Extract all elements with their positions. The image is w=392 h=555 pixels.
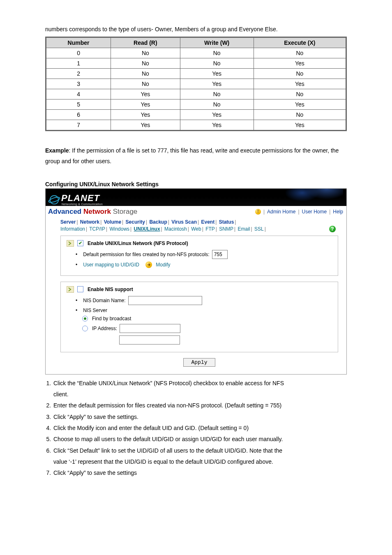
link-admin-home[interactable]: Admin Home [267, 209, 295, 215]
subtab-information[interactable]: Information [60, 226, 85, 232]
table-row: 5YesNoYes [46, 99, 346, 109]
step-2: Enter the default permission for files c… [53, 400, 347, 411]
step-4: Click the Modify icon and enter the defa… [53, 423, 347, 434]
nis-groupbox: Enable NIS support NIS Domain Name: NIS … [60, 282, 338, 352]
step-7: Click “Apply” to save the settings [53, 467, 347, 479]
th-write: Write (W) [180, 37, 254, 48]
tab-security[interactable]: Security [126, 219, 145, 225]
example-paragraph: Example: If the permission of a file is … [45, 145, 347, 167]
subtab-snmp[interactable]: SNMP [219, 226, 233, 232]
link-help[interactable]: Help [333, 209, 343, 215]
brand-decoration [277, 189, 343, 206]
secondary-tabs: Information| TCP/IP| Windows| UNIX/Linux… [60, 226, 267, 232]
brand-logo: PLANET Networking & Communication [48, 194, 103, 206]
step-1: Click the “Enable UNIX/Linux Network” (N… [53, 378, 347, 400]
table-row: 3NoYesYes [46, 79, 346, 89]
modify-icon[interactable] [145, 261, 152, 268]
step-3: Click “Apply” to save the settings. [53, 412, 347, 423]
brand-subtitle: Networking & Communication [62, 203, 103, 206]
instruction-list: Click the “Enable UNIX/Linux Network” (N… [45, 378, 347, 479]
th-execute: Execute (X) [254, 37, 346, 48]
example-text: : If the permission of a file is set to … [45, 147, 339, 165]
help-icon[interactable]: ? [329, 226, 336, 232]
table-row: 4YesNoNo [46, 89, 346, 99]
title-bar: Advanced Network Storage ! | Admin Home … [46, 206, 346, 217]
step-5: Choose to map all users to the default U… [53, 434, 347, 445]
table-row: 7YesYesYes [46, 120, 346, 130]
subtab-windows[interactable]: Windows [109, 226, 129, 232]
product-title: Advanced Network Storage [48, 208, 137, 216]
nis-server-label: NIS Server [83, 308, 107, 313]
arrow-right-icon [67, 240, 74, 247]
default-permission-input[interactable] [212, 250, 228, 259]
ip-address-input[interactable] [120, 324, 180, 333]
find-by-broadcast-radio[interactable] [82, 316, 88, 321]
nis-domain-input[interactable] [128, 296, 202, 305]
enable-nfs-checkbox[interactable] [77, 240, 83, 246]
default-permission-label: Default permission for files created by … [83, 252, 209, 257]
brand-bar: PLANET Networking & Communication [46, 189, 346, 206]
subtab-ftp[interactable]: FTP [205, 226, 215, 232]
enable-nis-checkbox[interactable] [77, 286, 83, 292]
table-row: 0NoNoNo [46, 48, 346, 58]
subtab-unixlinux[interactable]: UNIX/Linux [134, 226, 160, 232]
user-mapping-label: User mapping to UID/GID [83, 262, 139, 268]
modify-link[interactable]: Modify [156, 262, 170, 268]
permissions-table: Number Read (R) Write (W) Execute (X) 0N… [45, 37, 347, 131]
th-read: Read (R) [111, 37, 180, 48]
svg-point-0 [50, 195, 59, 204]
subtab-tcpip[interactable]: TCP/IP [89, 226, 105, 232]
step-6: Click “Set Default” link to set the UID/… [53, 445, 347, 468]
ip-address-input-2[interactable] [119, 335, 180, 345]
table-row: 6YesYesNo [46, 109, 346, 120]
primary-tabs: Server| Network| Volume| Security| Backu… [60, 219, 338, 225]
tab-event[interactable]: Event [201, 219, 215, 225]
apply-button[interactable]: Apply [183, 358, 215, 367]
nfs-groupbox: Enable UNIX/Linux Network (NFS Protocol)… [60, 236, 338, 276]
ip-address-label: IP Address: [92, 326, 117, 331]
brand-name: PLANET [61, 194, 103, 204]
intro-text: numbers corresponds to the type of users… [45, 24, 347, 35]
section-heading: Configuring UNIX/Linux Network Settings [45, 181, 347, 187]
screenshot-panel: PLANET Networking & Communication Advanc… [45, 188, 347, 375]
svg-point-1 [48, 196, 60, 204]
enable-nis-label: Enable NIS support [88, 287, 133, 292]
subtab-email[interactable]: Email [238, 226, 250, 232]
table-row: 1NoNoYes [46, 58, 346, 68]
nis-domain-label: NIS Domain Name: [83, 298, 125, 303]
th-number: Number [46, 37, 111, 48]
alert-icon[interactable]: ! [255, 209, 261, 215]
enable-nfs-label: Enable UNIX/Linux Network (NFS Protocol) [88, 240, 188, 246]
ip-address-radio[interactable] [82, 326, 88, 331]
header-links: ! | Admin Home | User Home | Help [255, 209, 343, 215]
planet-globe-icon [48, 194, 60, 206]
tab-server[interactable]: Server [60, 219, 76, 225]
example-label: Example [45, 147, 69, 154]
link-user-home[interactable]: User Home [302, 209, 327, 215]
tab-status[interactable]: Status [219, 219, 234, 225]
subtab-ssl[interactable]: SSL [254, 226, 264, 232]
find-by-broadcast-label: Find by broadcast [92, 316, 131, 321]
tab-network[interactable]: Network [80, 219, 99, 225]
subtab-macintosh[interactable]: Macintosh [164, 226, 187, 232]
table-row: 2NoYesNo [46, 68, 346, 79]
subtab-web[interactable]: Web [191, 226, 201, 232]
arrow-right-icon [67, 286, 74, 293]
tab-volume[interactable]: Volume [104, 219, 121, 225]
tab-backup[interactable]: Backup [149, 219, 167, 225]
tab-virus[interactable]: Virus Scan [171, 219, 197, 225]
